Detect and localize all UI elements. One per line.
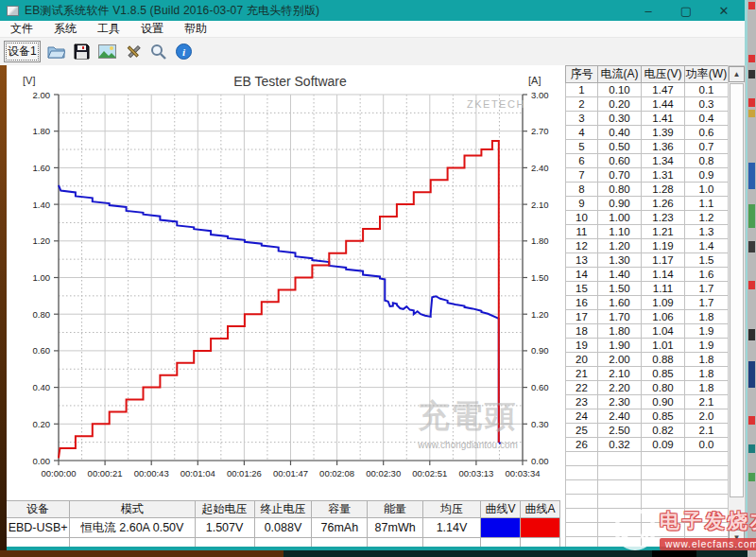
table-row[interactable]: 212.100.851.8 — [566, 367, 729, 381]
table-cell — [566, 466, 598, 480]
table-row[interactable]: 171.701.061.8 — [566, 310, 729, 324]
open-icon[interactable] — [47, 43, 66, 61]
maximize-button[interactable]: ▢ — [679, 4, 694, 18]
table-cell: 23 — [566, 395, 598, 409]
table-cell: 0.20 — [598, 97, 642, 112]
table-cell: 0.70 — [598, 168, 642, 183]
table-cell: 1.26 — [642, 197, 685, 211]
status-header-cell: 曲线V — [480, 501, 520, 518]
column-header[interactable]: 序号 — [566, 66, 598, 83]
table-row[interactable]: 20.201.440.3 — [566, 97, 729, 112]
table-row[interactable]: 222.200.801.8 — [566, 381, 729, 395]
svg-text:00:01:26: 00:01:26 — [227, 468, 262, 479]
table-row[interactable]: 242.400.852.0 — [566, 409, 729, 424]
table-row[interactable]: 111.101.211.3 — [566, 225, 729, 239]
close-button[interactable]: ✕ — [716, 4, 731, 18]
table-row[interactable]: 191.901.011.9 — [566, 339, 729, 353]
menu-item-help[interactable]: 帮助 — [174, 21, 217, 37]
table-row[interactable] — [566, 480, 729, 495]
table-row[interactable]: 90.901.261.1 — [566, 197, 729, 211]
table-cell — [685, 466, 729, 480]
app-icon — [7, 6, 19, 16]
table-row[interactable] — [566, 452, 729, 466]
table-cell — [566, 480, 598, 495]
column-header[interactable]: 功率(W) — [685, 66, 729, 83]
table-header-row: 序号电流(A)电压(V)功率(W) — [566, 66, 729, 83]
menu-item-settings[interactable]: 设置 — [130, 21, 174, 37]
scroll-up-icon[interactable]: ▲ — [729, 66, 745, 82]
tools-icon[interactable] — [124, 43, 143, 61]
svg-text:00:03:13: 00:03:13 — [458, 468, 493, 479]
table-cell: 2.00 — [598, 353, 642, 367]
table-cell: 1.0 — [685, 183, 729, 197]
table-cell: 7 — [566, 168, 598, 183]
column-header[interactable]: 电压(V) — [642, 66, 685, 83]
table-row[interactable]: 30.301.410.4 — [566, 112, 729, 126]
table-cell: 0.90 — [642, 395, 685, 409]
right-axis-unit: [A] — [528, 75, 541, 86]
table-cell — [685, 480, 729, 495]
menu-item-file[interactable]: 文件 — [0, 21, 43, 37]
table-row[interactable]: 151.501.111.7 — [566, 282, 729, 296]
table-cell: 5 — [566, 140, 598, 154]
table-row[interactable] — [566, 537, 729, 548]
table-row[interactable]: 70.701.310.9 — [566, 168, 729, 183]
svg-text:0.60: 0.60 — [33, 345, 51, 356]
menu-item-tools[interactable]: 工具 — [87, 21, 130, 37]
status-header-cell: 能量 — [368, 501, 423, 518]
table-cell — [598, 537, 642, 548]
table-cell: 1.19 — [642, 239, 685, 253]
table-cell — [598, 495, 642, 509]
table-row[interactable]: 121.201.191.4 — [566, 239, 729, 253]
table-row[interactable]: 161.601.091.7 — [566, 296, 729, 310]
window-title: EB测试系统软件 V1.8.5 (Build 2016-03-07 充电头特别版… — [25, 3, 319, 19]
save-icon[interactable] — [73, 43, 92, 61]
status-header-cell: 容量 — [312, 501, 368, 518]
table-cell: 24 — [566, 409, 598, 424]
table-cell: 0.09 — [642, 438, 685, 452]
svg-text:1.80: 1.80 — [531, 235, 549, 246]
table-cell: 19 — [566, 339, 598, 353]
table-cell — [685, 509, 729, 523]
status-value-cell: 1.507V — [195, 518, 254, 538]
scrollbar-thumb[interactable] — [730, 83, 744, 497]
table-row[interactable]: 232.300.902.1 — [566, 395, 729, 409]
table-cell: 0.9 — [685, 168, 729, 183]
table-cell: 26 — [566, 438, 598, 452]
table-cell: 0.32 — [598, 438, 642, 452]
table-row[interactable]: 131.301.171.5 — [566, 253, 729, 268]
table-row[interactable]: 260.320.090.0 — [566, 438, 729, 452]
table-cell: 0.6 — [685, 126, 729, 140]
table-cell: 1.06 — [642, 310, 685, 324]
table-row[interactable] — [566, 523, 729, 537]
menu-item-system[interactable]: 系统 — [43, 21, 87, 37]
table-row[interactable]: 60.601.340.8 — [566, 154, 729, 168]
table-row[interactable]: 252.500.822.1 — [566, 424, 729, 438]
table-scrollbar[interactable]: ▲ ▼ — [728, 65, 746, 547]
table-row[interactable]: 141.401.141.6 — [566, 268, 729, 282]
table-row[interactable] — [566, 495, 729, 509]
table-row[interactable]: 50.501.360.7 — [566, 140, 729, 154]
measurement-table: 序号电流(A)电压(V)功率(W) 10.101.470.120.201.440… — [565, 65, 728, 547]
status-header-cell: 模式 — [70, 501, 195, 518]
table-row[interactable] — [566, 466, 729, 480]
table-row[interactable]: 10.101.470.1 — [566, 83, 729, 97]
info-icon[interactable]: i — [175, 43, 194, 61]
svg-text:00:02:51: 00:02:51 — [412, 468, 447, 479]
status-table: 设备模式起始电压终止电压容量能量均压曲线V曲线A EBD-USB+恒电流 2.6… — [6, 500, 560, 547]
image-icon[interactable] — [98, 43, 117, 61]
column-header[interactable]: 电流(A) — [598, 66, 642, 83]
table-cell: 1.44 — [642, 97, 685, 112]
minimize-button[interactable]: – — [641, 4, 656, 18]
table-cell: 2 — [566, 97, 598, 112]
table-row[interactable]: 40.401.390.6 — [566, 126, 729, 140]
device-tab[interactable]: 设备1 — [4, 41, 41, 62]
scroll-down-icon[interactable]: ▼ — [729, 530, 745, 546]
table-row[interactable]: 181.801.041.9 — [566, 324, 729, 339]
table-cell: 0.85 — [642, 367, 685, 381]
table-row[interactable]: 202.000.881.8 — [566, 353, 729, 367]
table-row[interactable]: 101.001.231.2 — [566, 211, 729, 225]
table-row[interactable]: 80.801.281.0 — [566, 183, 729, 197]
table-row[interactable] — [566, 509, 729, 523]
search-icon[interactable] — [149, 43, 168, 61]
